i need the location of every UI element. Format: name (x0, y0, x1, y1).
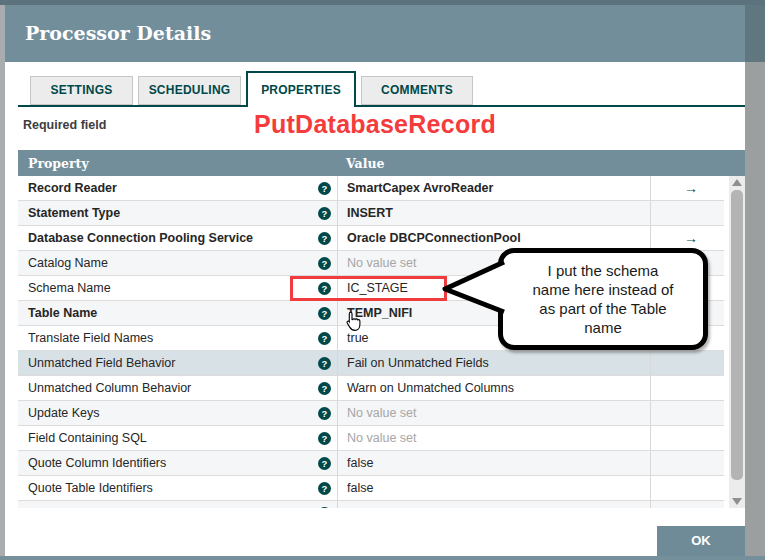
tab-comments[interactable]: COMMENTS (361, 76, 473, 105)
goto-service-cell (650, 451, 724, 475)
table-row[interactable]: Statement Type?INSERT (18, 201, 724, 226)
goto-service-cell[interactable]: → (650, 176, 724, 200)
help-icon[interactable]: ? (318, 457, 331, 470)
property-value[interactable]: Oracle DBCPConnectionPool (337, 226, 650, 250)
property-name: Quote Column Identifiers? (18, 451, 337, 475)
help-icon[interactable]: ? (318, 407, 331, 420)
table-row[interactable]: Update Keys?No value set (18, 401, 724, 426)
dim-overlay-bottom (0, 556, 765, 560)
property-name: Update Keys? (18, 401, 337, 425)
property-name: Quote Table Identifiers? (18, 476, 337, 500)
scrollbar-thumb[interactable] (731, 190, 743, 480)
red-highlight-box (290, 276, 447, 301)
property-name: Unmatched Field Behavior? (18, 351, 337, 375)
table-row[interactable]: Record Reader?SmartCapex AvroReader→ (18, 176, 724, 201)
processor-name-annotation: PutDatabaseRecord (235, 110, 515, 139)
property-name: Record Reader? (18, 176, 337, 200)
dialog-header: Processor Details (5, 5, 745, 62)
property-value[interactable]: Warn on Unmatched Columns (337, 376, 650, 400)
property-value[interactable]: INSERT (337, 201, 650, 225)
scroll-up-icon[interactable] (732, 179, 742, 186)
goto-arrow-icon[interactable]: → (684, 180, 698, 196)
required-field-note: Required field (23, 118, 106, 132)
help-icon[interactable]: ? (318, 432, 331, 445)
help-icon[interactable]: ? (318, 207, 331, 220)
hand-cursor-icon (345, 311, 362, 332)
goto-service-cell[interactable]: → (650, 226, 724, 250)
dim-overlay-right-header (745, 0, 765, 62)
goto-arrow-icon[interactable]: → (684, 230, 698, 246)
tab-settings[interactable]: SETTINGS (30, 76, 133, 105)
property-name: Translate Field Names? (18, 326, 337, 350)
column-header-property: Property (18, 156, 337, 171)
dialog-title: Processor Details (25, 5, 211, 62)
property-value[interactable]: SmartCapex AvroReader (337, 176, 650, 200)
help-icon[interactable]: ? (318, 232, 331, 245)
tab-underline (18, 105, 745, 107)
callout-tail (438, 252, 510, 322)
help-icon[interactable]: ? (318, 257, 331, 270)
table-row[interactable]: Quote Table Identifiers?false (18, 476, 724, 501)
property-name: Field Containing SQL? (18, 426, 337, 450)
table-row[interactable]: Quote Column Identifiers?false (18, 451, 724, 476)
property-name: Max Wait Time? (18, 501, 337, 508)
tab-properties[interactable]: PROPERTIES (246, 71, 356, 107)
property-value[interactable]: false (337, 451, 650, 475)
column-header-value: Value (337, 156, 745, 171)
goto-service-cell (650, 401, 724, 425)
property-value[interactable]: No value set (337, 426, 650, 450)
help-icon[interactable]: ? (318, 482, 331, 495)
dim-overlay-right (745, 0, 765, 560)
screenshot-root: Processor Details SETTINGS SCHEDULING PR… (0, 0, 765, 560)
table-row[interactable]: Unmatched Column Behavior?Warn on Unmatc… (18, 376, 724, 401)
help-icon[interactable]: ? (318, 307, 331, 320)
help-icon[interactable]: ? (318, 182, 331, 195)
help-icon[interactable]: ? (318, 357, 331, 370)
goto-service-cell (650, 501, 724, 508)
help-icon[interactable]: ? (318, 507, 331, 509)
goto-service-cell (650, 376, 724, 400)
scroll-down-icon[interactable] (732, 498, 742, 505)
table-header: Property Value (18, 150, 745, 176)
tab-scheduling[interactable]: SCHEDULING (138, 76, 241, 105)
property-value[interactable]: No value set (337, 401, 650, 425)
property-name: Database Connection Pooling Service? (18, 226, 337, 250)
goto-service-cell (650, 201, 724, 225)
ok-button[interactable]: OK (657, 526, 745, 556)
property-value[interactable]: 0 seconds (337, 501, 650, 508)
property-name: Catalog Name? (18, 251, 337, 275)
goto-service-cell (650, 426, 724, 450)
goto-service-cell (650, 351, 724, 375)
table-row[interactable]: Max Wait Time?0 seconds (18, 501, 724, 508)
table-row[interactable]: Unmatched Field Behavior?Fail on Unmatch… (18, 351, 724, 376)
goto-service-cell (650, 476, 724, 500)
help-icon[interactable]: ? (318, 332, 331, 345)
table-row[interactable]: Field Containing SQL?No value set (18, 426, 724, 451)
property-value[interactable]: false (337, 476, 650, 500)
property-value[interactable]: Fail on Unmatched Fields (337, 351, 650, 375)
callout-bubble: I put the schema name here instead of as… (498, 248, 708, 350)
property-name: Table Name? (18, 301, 337, 325)
property-name: Unmatched Column Behavior? (18, 376, 337, 400)
vertical-scrollbar[interactable] (729, 176, 745, 508)
property-name: Statement Type? (18, 201, 337, 225)
help-icon[interactable]: ? (318, 382, 331, 395)
